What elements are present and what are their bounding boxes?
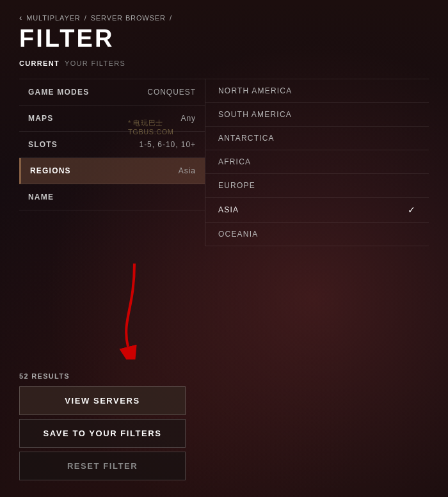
breadcrumb-multiplayer[interactable]: MULTIPLAYER: [26, 14, 80, 22]
breadcrumb-sep1: /: [84, 14, 87, 22]
checkmark-icon: ✓: [408, 205, 416, 215]
your-filters-label: YOUR FILTERS: [65, 59, 125, 67]
regions-value: Asia: [179, 166, 196, 175]
slots-label: SLOTS: [28, 140, 58, 149]
view-servers-button[interactable]: VIEW SERVERS: [19, 386, 186, 415]
region-south-america[interactable]: SOUTH AMERICA: [205, 103, 429, 127]
arrow-indicator: [109, 257, 160, 362]
region-antarctica-label: ANTARCTICA: [218, 134, 275, 143]
bottom-section: 52 RESULTS VIEW SERVERS SAVE TO YOUR FIL…: [0, 372, 448, 497]
region-europe-label: EUROPE: [218, 181, 255, 190]
filter-name[interactable]: NAME: [19, 184, 205, 210]
region-asia-label: ASIA: [218, 205, 239, 214]
game-modes-value: CONQUEST: [147, 88, 196, 97]
maps-value: Any: [180, 114, 196, 123]
region-africa-label: AFRICA: [218, 157, 251, 166]
region-north-america[interactable]: NORTH AMERICA: [205, 79, 429, 103]
region-south-america-label: SOUTH AMERICA: [218, 110, 292, 119]
filter-panel: GAME MODES CONQUEST MAPS Any SLOTS 1-5, …: [19, 79, 429, 246]
name-label: NAME: [28, 193, 54, 201]
region-oceania[interactable]: OCEANIA: [205, 223, 429, 246]
breadcrumb-sep2: /: [170, 14, 172, 22]
region-north-america-label: NORTH AMERICA: [218, 86, 292, 95]
maps-label: MAPS: [28, 114, 53, 123]
results-count: 52 RESULTS: [19, 372, 429, 380]
main-content: ‹ MULTIPLAYER / SERVER BROWSER / FILTER …: [0, 0, 448, 259]
region-oceania-label: OCEANIA: [218, 230, 258, 239]
breadcrumb-server-browser[interactable]: SERVER BROWSER: [91, 14, 166, 22]
game-modes-label: GAME MODES: [28, 88, 89, 97]
reset-filter-button[interactable]: RESET FILTER: [19, 452, 186, 480]
filter-rows: GAME MODES CONQUEST MAPS Any SLOTS 1-5, …: [19, 79, 205, 246]
slots-value: 1-5, 6-10, 10+: [140, 140, 196, 149]
save-filters-button[interactable]: SAVE TO YOUR FILTERS: [19, 419, 186, 448]
filter-game-modes[interactable]: GAME MODES CONQUEST: [19, 79, 205, 106]
filter-regions[interactable]: REGIONS Asia: [19, 158, 205, 184]
region-africa[interactable]: AFRICA: [205, 150, 429, 174]
current-label: CURRENT: [19, 59, 60, 67]
page-title: FILTER: [19, 26, 429, 51]
back-arrow[interactable]: ‹: [19, 13, 22, 22]
region-europe[interactable]: EUROPE: [205, 174, 429, 198]
regions-label: REGIONS: [30, 166, 71, 175]
current-filters-header: CURRENT YOUR FILTERS: [19, 59, 429, 67]
region-asia[interactable]: ASIA ✓: [205, 198, 429, 223]
breadcrumb: ‹ MULTIPLAYER / SERVER BROWSER /: [19, 13, 429, 22]
region-dropdown: NORTH AMERICA SOUTH AMERICA ANTARCTICA A…: [205, 79, 429, 246]
region-antarctica[interactable]: ANTARCTICA: [205, 127, 429, 150]
filter-slots[interactable]: SLOTS 1-5, 6-10, 10+: [19, 132, 205, 158]
filter-maps[interactable]: MAPS Any: [19, 106, 205, 132]
